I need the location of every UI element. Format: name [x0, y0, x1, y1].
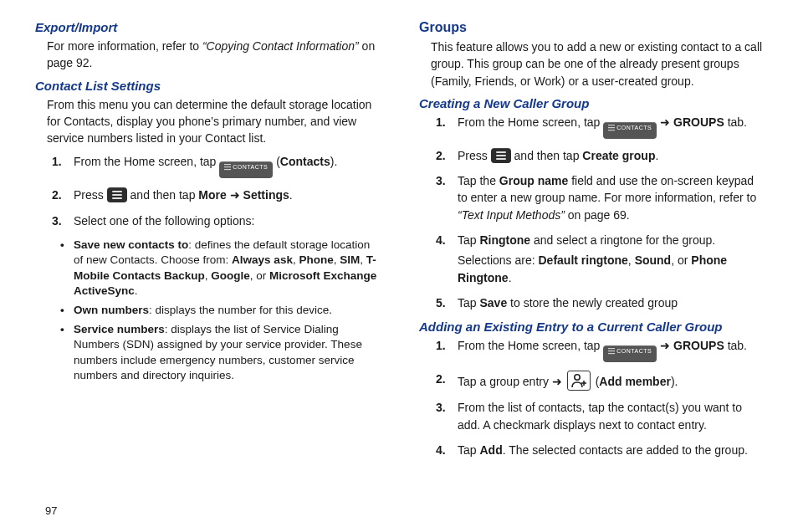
step-3: 3. Select one of the following options: [52, 212, 379, 229]
heading-contact-list-settings: Contact List Settings [35, 79, 379, 93]
step-4: 4. Tap Ringtone and select a ringtone fo… [436, 232, 763, 286]
text: and then tap [127, 188, 199, 202]
text-bold: Ringtone [479, 233, 530, 247]
menu-icon [107, 187, 127, 202]
text: ). [330, 155, 338, 168]
arrow-icon: ➜ [657, 339, 673, 352]
heading-groups: Groups [419, 20, 763, 35]
step-2: 2. Press and then tap Create group. [436, 147, 763, 164]
text-bold: Google [211, 269, 250, 282]
text: tab. [724, 339, 747, 352]
text-bold: Add member [599, 375, 671, 388]
svg-rect-0 [224, 164, 231, 165]
step-number: 2. [52, 187, 62, 203]
step-number: 4. [436, 232, 446, 248]
text: ( [273, 155, 280, 168]
contacts-icon: CONTACTS [219, 161, 273, 178]
text: . [289, 188, 293, 202]
text: and select a ringtone for the group. [530, 233, 715, 247]
text: . [655, 149, 658, 162]
text: . The selected contacts are added to the… [503, 443, 748, 457]
arrow-icon: ➜ [657, 115, 673, 129]
contacts-icon-label: CONTACTS [616, 348, 652, 354]
step-number: 2. [436, 371, 446, 387]
svg-rect-5 [608, 130, 615, 130]
contact-list-settings-paragraph: From this menu you can determine the def… [47, 96, 379, 147]
svg-rect-1 [224, 166, 231, 167]
export-import-paragraph: For more information, refer to “Copying … [47, 38, 379, 72]
heading-export-import: Export/Import [35, 20, 379, 34]
step-number: 3. [436, 172, 446, 189]
text-bold: GROUPS [673, 115, 724, 129]
text: From the Home screen, tap [74, 155, 219, 168]
text: . [509, 271, 512, 284]
step-number: 4. [436, 442, 446, 458]
svg-rect-6 [608, 348, 615, 349]
text: , [360, 253, 366, 266]
step-number: 1. [436, 114, 446, 130]
step-1: 1. From the Home screen, tap CONTACTS ➜ … [436, 114, 763, 139]
text: Select one of the following options: [74, 214, 254, 228]
step-3: 3. Tap the Group name field and use the … [436, 172, 763, 223]
text-bold: Create group [582, 149, 655, 162]
step-4-sub: Selections are: Default ringtone, Sound,… [458, 252, 763, 286]
option-lead: Service numbers [74, 323, 165, 335]
right-column: Groups This feature allows you to add a … [399, 18, 763, 522]
option-lead: Save new contacts to [74, 238, 188, 251]
option-save-new-contacts: Save new contacts to: defines the defaul… [60, 238, 379, 299]
step-number: 3. [52, 212, 62, 229]
svg-rect-3 [608, 125, 615, 125]
step-2: 2. Tap a group entry ➜ (Add member). [436, 371, 763, 391]
svg-point-9 [575, 375, 580, 380]
text: Selections are: [458, 253, 539, 267]
step-number: 5. [436, 294, 446, 311]
text: Tap [458, 233, 479, 247]
add-existing-steps: 1. From the Home screen, tap CONTACTS ➜ … [436, 337, 763, 458]
manual-page: Export/Import For more information, refe… [0, 0, 798, 532]
settings-options-list: Save new contacts to: defines the defaul… [60, 238, 379, 383]
heading-create-new-caller-group: Creating a New Caller Group [419, 96, 763, 110]
text: Tap [458, 443, 479, 457]
contacts-icon: CONTACTS [603, 345, 657, 362]
text: , or [250, 269, 269, 282]
text-bold: Group name [499, 174, 568, 187]
contacts-icon-label: CONTACTS [616, 125, 652, 130]
contacts-icon: CONTACTS [603, 122, 657, 139]
text: to store the newly created group [507, 296, 678, 309]
text-bold: Contacts [280, 155, 330, 168]
text: Tap a group entry ➜ [458, 375, 565, 388]
option-lead: Own numbers [74, 304, 149, 316]
step-number: 1. [436, 337, 446, 354]
option-own-numbers: Own numbers: displays the number for thi… [60, 303, 379, 318]
step-2: 2. Press and then tap More ➜ Settings. [52, 187, 379, 203]
arrow-icon: ➜ [227, 188, 243, 202]
add-member-icon [567, 371, 591, 391]
text: From the Home screen, tap [458, 115, 603, 129]
text: For more information, refer to [47, 39, 202, 53]
text: : displays the number for this device. [149, 304, 332, 316]
text: , [628, 253, 635, 267]
step-3: 3. From the list of contacts, tap the co… [436, 399, 763, 433]
step-number: 2. [436, 147, 446, 164]
step-4: 4. Tap Add. The selected contacts are ad… [436, 442, 763, 458]
text: Tap [458, 296, 479, 309]
text-bold: More [198, 188, 226, 202]
step-1: 1. From the Home screen, tap CONTACTS (C… [52, 153, 379, 178]
text-bold: Sound [635, 253, 672, 267]
text: Press [74, 188, 107, 202]
svg-rect-4 [608, 127, 615, 128]
text-bold: Default ringtone [539, 253, 628, 267]
contacts-icon-label: CONTACTS [233, 164, 268, 170]
text-bold: Settings [243, 188, 289, 202]
step-1: 1. From the Home screen, tap CONTACTS ➜ … [436, 337, 763, 362]
svg-rect-7 [608, 350, 615, 351]
text: ). [671, 375, 678, 388]
create-group-steps: 1. From the Home screen, tap CONTACTS ➜ … [436, 114, 763, 311]
text-bold: SIM [340, 253, 360, 266]
text-bold: GROUPS [673, 339, 724, 352]
text: tab. [724, 115, 747, 129]
text-bold: Add [479, 443, 502, 457]
text: Press [458, 149, 491, 162]
menu-icon [491, 148, 511, 163]
contact-list-steps: 1. From the Home screen, tap CONTACTS (C… [52, 153, 379, 229]
